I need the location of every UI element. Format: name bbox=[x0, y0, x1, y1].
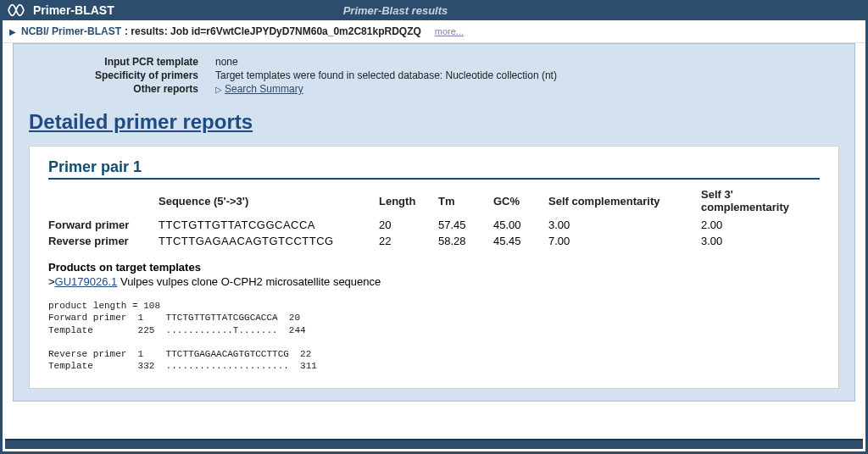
cell-self-comp: 3.00 bbox=[548, 217, 701, 233]
col-length: Length bbox=[379, 185, 438, 217]
primer-table: Sequence (5'->3') Length Tm GC% Self com… bbox=[48, 185, 820, 249]
app-title: Primer-BLAST bbox=[33, 3, 114, 17]
target-description: Vulpes vulpes clone O-CPH2 microsatellit… bbox=[117, 275, 381, 288]
triangle-right-icon: ▶ bbox=[9, 27, 16, 36]
cell-length: 20 bbox=[379, 217, 438, 233]
value-input-template: none bbox=[215, 56, 839, 68]
breadcrumb-link[interactable]: NCBI/ Primer-BLAST bbox=[21, 25, 121, 37]
col-self-comp: Self complementarity bbox=[548, 185, 701, 217]
col-self3-comp: Self 3' complementarity bbox=[701, 185, 820, 217]
triangle-right-icon: ▷ bbox=[215, 85, 222, 94]
accession-link[interactable]: GU179026.1 bbox=[55, 275, 118, 288]
detailed-reports-heading-text: Detailed primer reports bbox=[29, 110, 253, 133]
cell-tm: 57.45 bbox=[438, 217, 493, 233]
cell-gc: 45.00 bbox=[493, 217, 548, 233]
cell-self3-comp: 2.00 bbox=[701, 217, 820, 233]
alignment-block: product length = 108 Forward primer 1 TT… bbox=[48, 300, 820, 373]
summary-grid: Input PCR template none Specificity of p… bbox=[29, 56, 839, 95]
search-summary-link[interactable]: Search Summary bbox=[225, 83, 303, 95]
primer-pair-title: Primer pair 1 bbox=[48, 158, 820, 180]
value-specificity: Target templates were found in selected … bbox=[215, 69, 839, 81]
products-label: Products on target templates bbox=[48, 261, 820, 274]
breadcrumb-job-id: : results: Job id=r6VwtCleJPYDyD7NM60a_0… bbox=[125, 25, 421, 37]
cell-self-comp: 7.00 bbox=[548, 233, 701, 249]
row-label: Forward primer bbox=[48, 217, 159, 233]
table-row: Forward primer TTCTGTTGTTATCGGCACCA 20 5… bbox=[48, 217, 820, 233]
primer-table-header: Sequence (5'->3') Length Tm GC% Self com… bbox=[48, 185, 820, 217]
row-label: Reverse primer bbox=[48, 233, 159, 249]
target-template-line: >GU179026.1 Vulpes vulpes clone O-CPH2 m… bbox=[48, 275, 820, 288]
top-bar: Primer-BLAST Primer-Blast results bbox=[3, 0, 865, 20]
primer-pair-card: Primer pair 1 Sequence (5'->3') Length T… bbox=[29, 146, 839, 389]
label-input-template: Input PCR template bbox=[29, 56, 198, 68]
cell-self3-comp: 3.00 bbox=[701, 233, 820, 249]
results-label: Primer-Blast results bbox=[343, 4, 448, 17]
value-other-reports: ▷Search Summary bbox=[215, 83, 839, 95]
more-link[interactable]: more... bbox=[435, 26, 464, 36]
table-row: Reverse primer TTCTTGAGAACAGTGTCCTTCG 22… bbox=[48, 233, 820, 249]
col-gc: GC% bbox=[493, 185, 548, 217]
label-specificity: Specificity of primers bbox=[29, 69, 198, 81]
ncbi-logo-icon bbox=[3, 3, 30, 18]
detailed-reports-heading[interactable]: Detailed primer reports bbox=[29, 110, 839, 134]
col-sequence: Sequence (5'->3') bbox=[159, 185, 379, 217]
label-other-reports: Other reports bbox=[29, 83, 198, 95]
cell-sequence: TTCTGTTGTTATCGGCACCA bbox=[159, 217, 379, 233]
col-tm: Tm bbox=[438, 185, 493, 217]
cell-gc: 45.45 bbox=[493, 233, 548, 249]
summary-panel: Input PCR template none Specificity of p… bbox=[13, 43, 855, 401]
bottom-band bbox=[5, 439, 863, 449]
cell-sequence: TTCTTGAGAACAGTGTCCTTCG bbox=[159, 233, 379, 249]
breadcrumb: ▶ NCBI/ Primer-BLAST : results: Job id=r… bbox=[3, 20, 865, 43]
cell-tm: 58.28 bbox=[438, 233, 493, 249]
cell-length: 22 bbox=[379, 233, 438, 249]
